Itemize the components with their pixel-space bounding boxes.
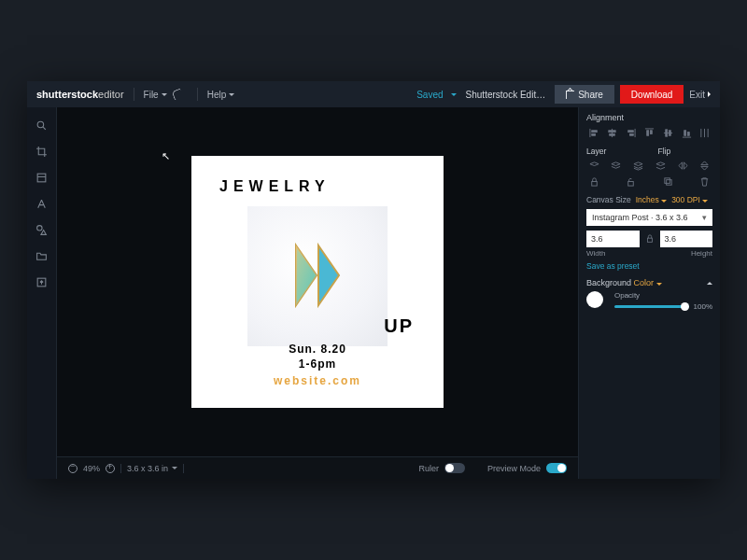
svg-marker-8 [296, 245, 317, 305]
preview-label: Preview Mode [487, 464, 541, 473]
separator [120, 464, 121, 473]
trash-icon [699, 176, 710, 187]
layer-front-button[interactable] [586, 159, 601, 172]
properties-panel: Alignment Layer Flip [578, 107, 720, 479]
top-bar: shutterstockeditor File Help Saved Shutt… [27, 81, 720, 107]
canvas-tool[interactable] [27, 165, 57, 189]
headline-text[interactable]: JEWELRY [219, 178, 331, 195]
canvas-dims: 3.6 x 3.6 in [127, 464, 177, 473]
ruler-toggle[interactable] [444, 463, 465, 473]
svg-rect-34 [647, 238, 652, 242]
canvas-size-label: Canvas Size [586, 195, 631, 204]
separator [197, 88, 198, 101]
svg-rect-14 [610, 133, 615, 135]
align-center-v-button[interactable] [660, 126, 675, 139]
opacity-slider[interactable] [614, 305, 689, 308]
layer-backward-icon [633, 161, 643, 171]
zoom-out-icon[interactable] [68, 464, 78, 473]
bg-mode-select[interactable]: Color [634, 278, 662, 287]
crop-icon [35, 146, 48, 158]
event-time[interactable]: 1-6pm [191, 357, 444, 371]
align-right-icon [626, 128, 636, 138]
layer-front-icon [589, 161, 599, 171]
dpi-select[interactable]: 300 DPI [671, 195, 708, 204]
layer-label: Layer [586, 147, 641, 156]
svg-rect-2 [37, 174, 46, 182]
duplicate-icon [663, 176, 673, 187]
cursor-icon: ↖ [162, 150, 170, 162]
align-left-button[interactable] [586, 126, 601, 139]
unit-select[interactable]: Inches [636, 195, 667, 204]
opacity-value: 100% [694, 302, 712, 311]
flip-h-button[interactable] [675, 159, 690, 172]
stage[interactable]: ↖ JEWELRY UP Sun. 8.20 1-6pm webs [57, 107, 578, 456]
crop-tool[interactable] [27, 139, 57, 163]
save-status: Saved [416, 90, 443, 100]
width-input[interactable]: 3.6 [586, 231, 640, 247]
svg-point-4 [37, 225, 42, 230]
flip-h-icon [678, 161, 688, 171]
lock-button[interactable] [586, 175, 601, 188]
svg-rect-31 [628, 181, 634, 186]
text-tool[interactable] [27, 191, 57, 216]
flip-v-button[interactable] [698, 159, 712, 172]
undo-icon[interactable] [171, 89, 183, 101]
sub-headline[interactable]: UP [384, 315, 414, 337]
align-top-button[interactable] [641, 126, 656, 139]
align-bottom-button[interactable] [679, 126, 694, 139]
layer-back-button[interactable] [653, 159, 668, 172]
file-menu[interactable]: File [144, 90, 167, 100]
layer-forward-icon [611, 161, 621, 171]
unlock-button[interactable] [624, 175, 639, 188]
svg-rect-16 [628, 130, 634, 132]
bg-color-swatch[interactable] [586, 291, 603, 308]
chevron-down-icon[interactable] [451, 93, 457, 96]
text-icon [35, 198, 48, 210]
event-date[interactable]: Sun. 8.20 [191, 343, 444, 356]
document-name[interactable]: Shutterstock Edit… [466, 90, 546, 100]
product-photo[interactable] [247, 206, 388, 346]
preview-toggle[interactable] [546, 463, 567, 473]
collapse-icon[interactable] [707, 282, 712, 285]
artboard[interactable]: JEWELRY UP Sun. 8.20 1-6pm website.com [191, 156, 444, 408]
share-button[interactable]: Share [555, 85, 614, 104]
link-dims-button[interactable] [643, 232, 656, 245]
link-icon [645, 234, 655, 244]
download-button[interactable]: Download [620, 85, 684, 104]
svg-marker-7 [318, 245, 339, 305]
svg-rect-26 [687, 132, 689, 135]
chevron-down-icon[interactable] [172, 467, 177, 469]
zoom-in-icon[interactable] [106, 464, 115, 473]
status-bar: 49% 3.6 x 3.6 in Ruler Preview Mode [57, 456, 578, 479]
help-menu[interactable]: Help [207, 90, 235, 100]
align-top-icon [644, 128, 655, 138]
align-left-icon [589, 128, 599, 138]
preset-select[interactable]: Instagram Post · 3.6 x 3.6▾ [586, 209, 712, 226]
search-tool[interactable] [27, 113, 57, 137]
website-text[interactable]: website.com [191, 374, 444, 387]
ruler-label: Ruler [418, 464, 439, 473]
align-center-h-button[interactable] [605, 126, 620, 139]
align-bottom-icon [682, 128, 692, 138]
layer-flip-section: Layer Flip [586, 147, 712, 188]
layer-backward-button[interactable] [631, 159, 646, 172]
layer-forward-button[interactable] [609, 159, 624, 172]
align-right-button[interactable] [624, 126, 639, 139]
distribute-button[interactable] [698, 126, 712, 139]
distribute-icon [699, 128, 710, 138]
height-input[interactable]: 3.6 [660, 231, 713, 247]
save-preset-link[interactable]: Save as preset [586, 261, 712, 271]
flip-v-icon [699, 161, 710, 171]
svg-rect-13 [609, 130, 615, 132]
canvas-icon [35, 172, 48, 184]
shapes-tool[interactable] [27, 217, 57, 242]
folder-tool[interactable] [27, 244, 57, 268]
app-window: shutterstockeditor File Help Saved Shutt… [27, 81, 720, 479]
duplicate-button[interactable] [660, 175, 675, 188]
exit-button[interactable]: Exit [689, 90, 711, 100]
upload-tool[interactable] [27, 270, 57, 294]
delete-button[interactable] [698, 175, 712, 188]
svg-line-1 [43, 127, 46, 130]
alignment-section: Alignment [586, 113, 712, 139]
share-icon [566, 91, 574, 99]
